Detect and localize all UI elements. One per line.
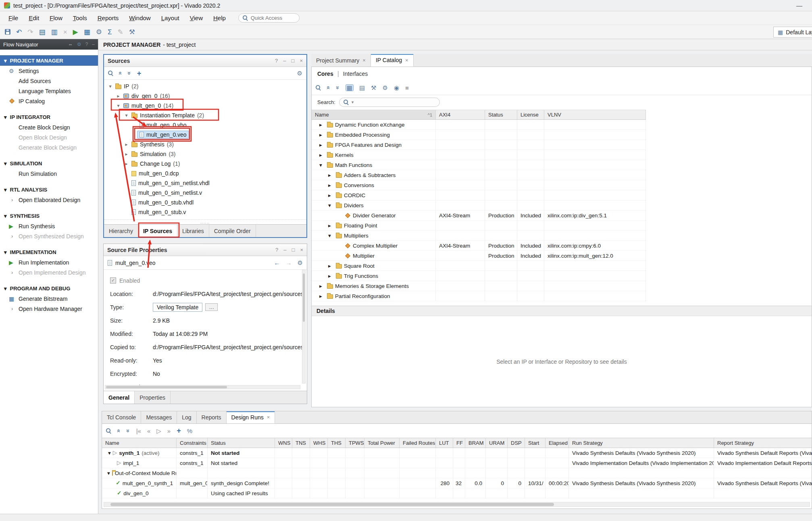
- chevron-right-icon[interactable]: ▸: [319, 283, 325, 289]
- menu-tools[interactable]: Tools: [68, 13, 92, 23]
- chevron-right-icon[interactable]: ▸: [123, 142, 129, 147]
- column-header-ff[interactable]: FF: [453, 438, 465, 448]
- column-header-constraints[interactable]: Constraints: [177, 438, 208, 448]
- close-icon[interactable]: ×: [300, 247, 303, 252]
- close-icon[interactable]: ×: [405, 57, 408, 63]
- chevron-right-icon[interactable]: ▸: [319, 131, 325, 138]
- tree-item[interactable]: mult_gen_0.veo: [137, 131, 189, 138]
- wrench-icon[interactable]: ⚒: [129, 29, 135, 35]
- tree-row[interactable]: mult_gen_0.dcp: [104, 169, 306, 178]
- minimize-window-icon[interactable]: —: [796, 2, 802, 9]
- close-icon[interactable]: ×: [300, 58, 303, 63]
- menu-file[interactable]: File: [3, 13, 23, 23]
- run-row[interactable]: ▾▷synth_1(active)constrs_1Not startedViv…: [102, 448, 812, 458]
- column-header-bram[interactable]: BRAM: [465, 438, 486, 448]
- tree-item[interactable]: mult_gen_0.dcp: [129, 170, 181, 177]
- chevron-right-icon[interactable]: ▸: [328, 182, 334, 188]
- tree-item[interactable]: IP(2): [113, 83, 140, 90]
- flow-item-generate-block-design[interactable]: Generate Block Design: [0, 142, 98, 152]
- catalog-row[interactable]: ▸Kernels: [312, 150, 645, 160]
- help-icon[interactable]: ?: [275, 58, 278, 63]
- run-row[interactable]: ✓div_gen_0Using cached IP results: [102, 488, 812, 498]
- menu-flow[interactable]: Flow: [44, 13, 68, 23]
- minimize-icon[interactable]: –: [283, 58, 286, 63]
- chevron-right-icon[interactable]: ▸: [319, 152, 325, 158]
- default-layout-button[interactable]: ▦ Default Layout: [773, 27, 812, 38]
- tab-design-runs[interactable]: Design Runs×: [227, 411, 275, 423]
- flow-section-project-manager[interactable]: ▾PROJECT MANAGER: [0, 55, 98, 66]
- enabled-checkbox[interactable]: ✓: [110, 277, 116, 283]
- close-icon[interactable]: ×: [362, 57, 366, 63]
- flow-item-open-block-design[interactable]: Open Block Design: [0, 132, 98, 142]
- chevron-down-icon[interactable]: ▾: [319, 162, 325, 168]
- flow-item-open-elaborated-design[interactable]: ›Open Elaborated Design: [0, 195, 98, 205]
- flow-item-open-implemented-design[interactable]: ›Open Implemented Design: [0, 267, 98, 277]
- tree-row[interactable]: mult_gen_0_sim_netlist.v: [104, 188, 306, 198]
- expand-all-icon[interactable]: »: [335, 86, 341, 89]
- design-runs-hscrollbar[interactable]: [104, 502, 810, 507]
- expand-all-icon[interactable]: »: [127, 71, 133, 75]
- properties-hscrollbar[interactable]: [105, 385, 300, 389]
- tree-item[interactable]: mult_gen_0_stub.v: [129, 208, 188, 216]
- chevron-right-icon[interactable]: ▸: [328, 222, 334, 229]
- tab-project-summary[interactable]: Project Summary×: [311, 54, 371, 67]
- tree-item[interactable]: mult_gen_0_sim_netlist.v: [129, 189, 204, 196]
- maximize-icon[interactable]: □: [292, 247, 295, 252]
- tab-ip-sources[interactable]: IP Sources: [138, 225, 177, 237]
- step-forward-icon[interactable]: »: [167, 428, 171, 434]
- ip-search-input[interactable]: ▾: [339, 98, 440, 107]
- chevron-down-icon[interactable]: ▾: [108, 450, 111, 456]
- step-first-icon[interactable]: |«: [136, 428, 141, 434]
- column-header-run-strategy[interactable]: Run Strategy: [569, 438, 714, 448]
- flow-item-open-hardware-manager[interactable]: ›Open Hardware Manager: [0, 304, 98, 314]
- tab-log[interactable]: Log: [177, 411, 196, 423]
- column-header-wns[interactable]: WNS: [275, 438, 292, 448]
- tree-item[interactable]: mult_gen_0_sim_netlist.vhdl: [129, 179, 212, 187]
- catalog-row[interactable]: ▾Dividers: [312, 200, 645, 210]
- flow-section-implementation[interactable]: ▾IMPLEMENTATION: [0, 247, 98, 257]
- column-header-name[interactable]: Name^1: [312, 110, 436, 119]
- catalog-row[interactable]: MultiplierProductionIncludedxilinx.com:i…: [312, 251, 645, 261]
- catalog-row[interactable]: ▸Partial Reconfiguration: [312, 291, 645, 301]
- flow-item-language-templates[interactable]: Language Templates: [0, 86, 98, 96]
- help-icon[interactable]: ?: [85, 42, 88, 47]
- tree-row[interactable]: ▸Change Log(1): [104, 159, 306, 169]
- catalog-row[interactable]: ▸Memories & Storage Elements: [312, 281, 645, 291]
- tree-row[interactable]: mult_gen_0_stub.vhdl: [104, 198, 306, 207]
- flow-item-run-synthesis[interactable]: ▶Run Synthesis: [0, 221, 98, 231]
- catalog-row[interactable]: ▸Conversions: [312, 180, 645, 190]
- more-button[interactable]: …: [205, 303, 218, 311]
- stop-icon[interactable]: ■: [405, 85, 409, 91]
- flow-item-run-simulation[interactable]: Run Simulation: [0, 169, 98, 179]
- collapse-all-icon[interactable]: «: [116, 429, 122, 432]
- column-header-license[interactable]: License: [517, 110, 544, 119]
- flow-item-open-synthesized-design[interactable]: ›Open Synthesized Design: [0, 231, 98, 241]
- chevron-down-icon[interactable]: ▾: [107, 470, 110, 476]
- tab-reports[interactable]: Reports: [197, 411, 227, 423]
- report-icon[interactable]: ▤: [39, 29, 46, 35]
- catalog-row[interactable]: ▾Math Functions: [312, 160, 645, 170]
- column-header-vlnv[interactable]: VLNV: [544, 110, 646, 119]
- splitter-handle[interactable]: ‥‥‥: [104, 219, 306, 224]
- tab-libraries[interactable]: Libraries: [177, 225, 209, 237]
- tree-item[interactable]: Change Log(1): [129, 160, 182, 167]
- column-header-tns[interactable]: TNS: [292, 438, 310, 448]
- catalog-row[interactable]: ▸Adders & Subtracters: [312, 170, 645, 180]
- undo-icon[interactable]: ↶: [16, 29, 22, 35]
- group-by-hierarchy-icon[interactable]: ▦: [346, 85, 353, 91]
- edit-icon[interactable]: ✎: [117, 29, 123, 35]
- chevron-right-icon[interactable]: ▸: [319, 121, 325, 128]
- tree-row[interactable]: ▸Simulation(3): [104, 149, 306, 159]
- delete-icon[interactable]: ×: [63, 29, 67, 35]
- chevron-right-icon[interactable]: ▸: [123, 151, 129, 157]
- tree-row[interactable]: ▾Instantiation Template(2): [104, 110, 306, 120]
- run-toggle-icon[interactable]: ▷: [117, 460, 121, 466]
- expand-all-icon[interactable]: »: [125, 429, 131, 432]
- maximize-icon[interactable]: □: [291, 58, 295, 63]
- tree-row[interactable]: ▸div_gen_0(16): [104, 91, 306, 101]
- column-header-name[interactable]: Name: [102, 438, 177, 448]
- collapse-all-icon[interactable]: «: [118, 71, 124, 75]
- subtab-cores[interactable]: Cores: [317, 71, 333, 77]
- add-icon[interactable]: +: [137, 70, 142, 77]
- percent-icon[interactable]: %: [187, 428, 192, 434]
